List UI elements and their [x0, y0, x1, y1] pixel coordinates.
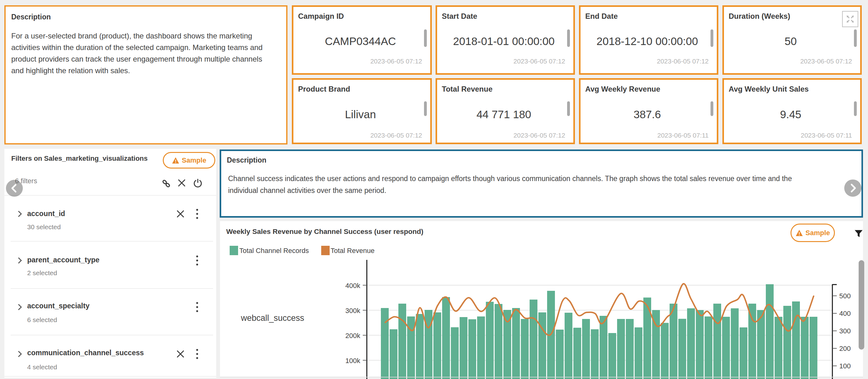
svg-text:100k: 100k [345, 357, 361, 365]
svg-text:400: 400 [839, 310, 851, 317]
svg-text:200k: 200k [345, 332, 361, 340]
svg-text:200: 200 [839, 345, 851, 352]
svg-text:300k: 300k [345, 307, 361, 315]
svg-text:400k: 400k [345, 282, 361, 290]
svg-text:500: 500 [839, 292, 851, 300]
svg-text:300: 300 [839, 327, 851, 335]
svg-text:100: 100 [839, 362, 851, 370]
